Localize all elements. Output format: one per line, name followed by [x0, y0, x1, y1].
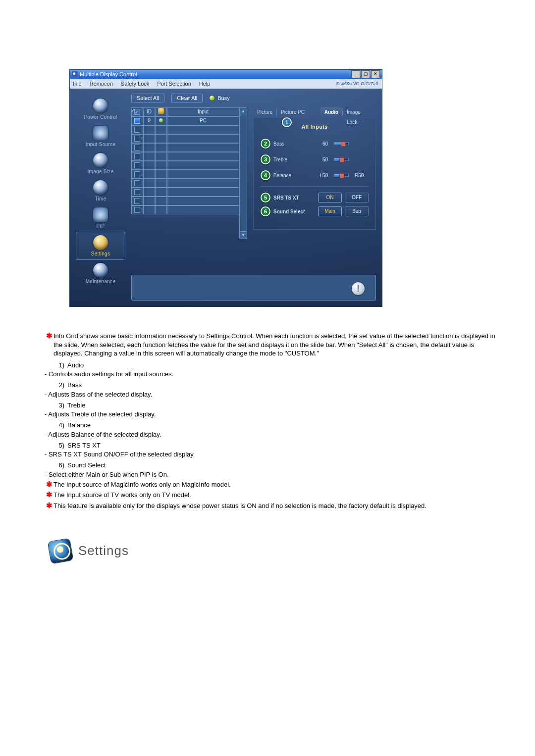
grid-row[interactable]	[131, 143, 239, 152]
option-choice-b[interactable]: OFF	[345, 193, 369, 202]
doc-item-number: 6)	[54, 461, 67, 470]
grid-row[interactable]	[131, 179, 239, 188]
slider-track[interactable]	[334, 158, 349, 161]
grid-row[interactable]	[131, 170, 239, 179]
option-choice-a[interactable]: Main	[318, 206, 342, 216]
minimize-button[interactable]: _	[351, 70, 360, 78]
doc-item-title: Bass	[67, 381, 495, 390]
info-grid: ID Input 0 PC	[131, 107, 239, 214]
sidebar-item-maintenance[interactable]: Maintenance	[76, 260, 125, 287]
row-input	[167, 188, 239, 197]
row-input	[167, 170, 239, 179]
callout-3-icon: 3	[261, 154, 270, 164]
grid-row[interactable]	[131, 152, 239, 161]
row-id	[143, 179, 155, 188]
grid-row[interactable]	[131, 125, 239, 134]
option-label: Sound Select	[273, 209, 315, 214]
grid-row[interactable]: 0 PC	[131, 116, 239, 125]
doc-item: 4)Balance	[45, 421, 495, 430]
row-input	[167, 205, 239, 214]
tab-picture-pc[interactable]: Picture PC 1	[277, 107, 321, 117]
doc-item-number: 5)	[54, 441, 67, 450]
row-checkbox[interactable]	[134, 171, 140, 177]
row-status	[155, 152, 167, 161]
row-checkbox[interactable]	[134, 189, 140, 195]
menu-file[interactable]: File	[73, 81, 82, 87]
doc-item-desc: - Adjusts Treble of the selected display…	[45, 410, 495, 418]
row-id	[143, 188, 155, 197]
row-input	[167, 197, 239, 205]
doc-item: 3)Treble	[45, 401, 495, 410]
callout-2-icon: 2	[261, 139, 270, 149]
option-choice-a[interactable]: ON	[318, 193, 342, 202]
grid-row[interactable]	[131, 188, 239, 197]
slider-thumb[interactable]	[339, 157, 344, 162]
row-input: PC	[167, 116, 239, 125]
image-size-icon	[93, 153, 108, 168]
grid-header-power-icon	[158, 108, 164, 114]
sidebar-item-image-size[interactable]: Image Size	[76, 150, 125, 177]
tab-image-lock[interactable]: Image Lock	[343, 107, 376, 117]
row-checkbox[interactable]	[134, 136, 140, 142]
row-input	[167, 134, 239, 143]
slider-thumb[interactable]	[339, 173, 344, 178]
slider-thumb[interactable]	[341, 142, 346, 147]
slider-track[interactable]	[334, 142, 349, 145]
tab-picture[interactable]: Picture	[253, 107, 276, 117]
slider-row-treble: 3Treble50	[261, 154, 369, 164]
row-checkbox[interactable]	[134, 207, 140, 213]
tab-picture-pc-label: Picture PC	[281, 109, 305, 115]
doc-item-desc: - Adjusts Balance of the selected displa…	[45, 431, 495, 438]
grid-scrollbar[interactable]	[239, 107, 247, 239]
row-checkbox[interactable]	[134, 118, 140, 124]
row-id	[143, 125, 155, 134]
menu-remocon[interactable]: Remocon	[90, 81, 113, 87]
sidebar-item-label: Maintenance	[76, 279, 125, 284]
row-checkbox[interactable]	[134, 198, 140, 204]
doc-item-title: Sound Select	[67, 461, 495, 470]
menu-port-selection[interactable]: Port Selection	[157, 81, 191, 87]
sidebar-item-label: PIP	[76, 223, 125, 229]
grid-row[interactable]	[131, 161, 239, 170]
tab-audio[interactable]: Audio	[321, 107, 342, 117]
doc-item: 6)Sound Select	[45, 461, 495, 470]
row-status	[155, 188, 167, 197]
document-body: ✱ Info Grid shows some basic information…	[45, 332, 495, 562]
row-checkbox[interactable]	[134, 145, 140, 151]
clear-all-button[interactable]: Clear All	[171, 94, 203, 102]
row-checkbox[interactable]	[134, 162, 140, 168]
row-input	[167, 152, 239, 161]
slider-value: 60	[313, 141, 328, 147]
doc-item-number: 2)	[54, 381, 67, 390]
doc-note-text: This feature is available only for the d…	[54, 502, 427, 510]
grid-row[interactable]	[131, 205, 239, 214]
sidebar: Power Control Input Source Image Size Ti…	[76, 96, 125, 287]
sidebar-item-power-control[interactable]: Power Control	[76, 96, 125, 123]
doc-item-desc: - SRS TS XT Sound ON/OFF of the selected…	[45, 451, 495, 458]
maximize-button[interactable]: ▢	[361, 70, 370, 78]
sidebar-item-settings[interactable]: Settings	[76, 232, 125, 260]
close-button[interactable]: ✕	[371, 70, 380, 78]
intro-text: Info Grid shows some basic information n…	[54, 332, 495, 358]
sidebar-item-pip[interactable]: PIP	[76, 204, 125, 232]
doc-item: 5)SRS TS XT	[45, 441, 495, 450]
slider-track[interactable]	[334, 174, 349, 177]
time-icon	[93, 180, 108, 195]
menu-help[interactable]: Help	[199, 81, 211, 87]
sidebar-item-time[interactable]: Time	[76, 177, 125, 204]
doc-note-text: The Input source of MagicInfo works only…	[54, 480, 231, 489]
option-choice-b[interactable]: Sub	[345, 206, 369, 216]
sidebar-item-input-source[interactable]: Input Source	[76, 123, 125, 150]
brand-label: SAMSUNG DIGITall	[336, 81, 378, 86]
grid-row[interactable]	[131, 134, 239, 143]
select-all-button[interactable]: Select All	[131, 94, 164, 102]
tabstrip: Picture Picture PC 1 Audio Image Lock	[253, 107, 376, 117]
settings-panel: Picture Picture PC 1 Audio Image Lock Al…	[253, 107, 376, 230]
row-checkbox[interactable]	[134, 153, 140, 159]
row-checkbox[interactable]	[134, 180, 140, 186]
grid-row[interactable]	[131, 197, 239, 205]
menu-safety-lock[interactable]: Safety Lock	[121, 81, 149, 87]
input-source-icon	[93, 126, 108, 141]
row-checkbox[interactable]	[134, 127, 140, 133]
doc-item-title: Treble	[67, 401, 495, 410]
